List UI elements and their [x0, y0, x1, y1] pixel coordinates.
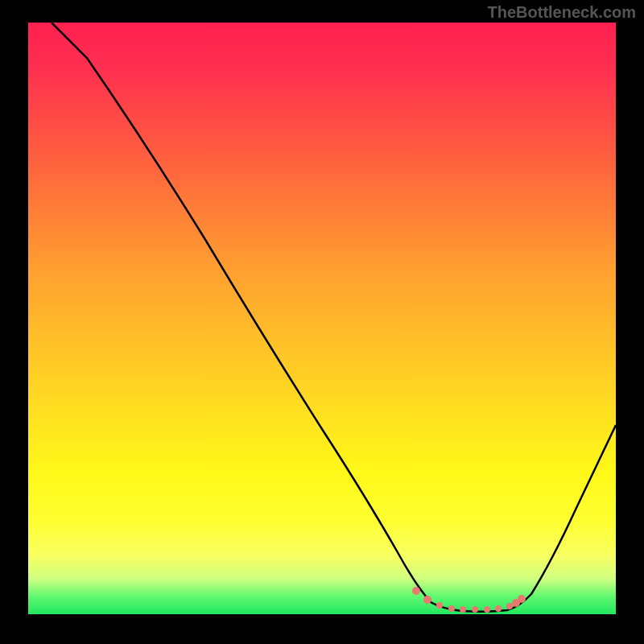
bottleneck-curve [52, 23, 616, 612]
dot [484, 606, 490, 613]
marker-dots [412, 587, 526, 613]
dot [412, 587, 420, 595]
dot [448, 605, 455, 612]
chart-svg [28, 23, 616, 614]
dot [423, 596, 431, 604]
dot [436, 602, 443, 609]
dot [518, 595, 526, 603]
plot-area [28, 23, 616, 614]
dot [472, 606, 478, 613]
dot [506, 603, 513, 609]
chart-container: TheBottleneck.com [0, 0, 644, 644]
dot [495, 605, 502, 612]
watermark-text: TheBottleneck.com [488, 3, 636, 22]
dot [460, 606, 466, 613]
